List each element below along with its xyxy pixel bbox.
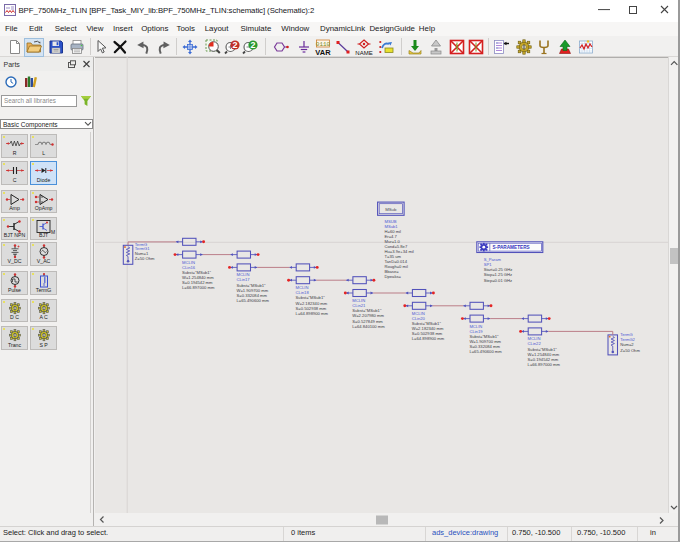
- svg-text:2: 2: [232, 40, 237, 50]
- svg-text:L=65.490600 mm: L=65.490600 mm: [237, 298, 270, 303]
- svg-text:Z=50 Ohm: Z=50 Ohm: [135, 256, 155, 261]
- svg-text:L=66.897000 mm: L=66.897000 mm: [182, 285, 215, 290]
- svg-text:L=65.490600 mm: L=65.490600 mm: [469, 349, 502, 354]
- svg-text:2: 2: [250, 40, 255, 50]
- svg-text:Step=0.01 GHz: Step=0.01 GHz: [484, 278, 512, 283]
- svg-text:Z=50 Ohm: Z=50 Ohm: [620, 348, 640, 353]
- svg-text:L=64.898900 mm: L=64.898900 mm: [412, 336, 445, 341]
- svg-text:L=64.898900 mm: L=64.898900 mm: [296, 311, 329, 316]
- svg-text:Dpeaks=: Dpeaks=: [385, 274, 402, 279]
- svg-text:S-PARAMETERS: S-PARAMETERS: [493, 245, 530, 250]
- svg-text:L=64.840100 mm: L=64.840100 mm: [352, 324, 385, 329]
- svg-text:NAME: NAME: [355, 50, 372, 56]
- svg-text:VAR: VAR: [315, 48, 331, 56]
- svg-text:L=66.897000 mm: L=66.897000 mm: [528, 362, 561, 367]
- svg-text:MSub: MSub: [385, 207, 397, 212]
